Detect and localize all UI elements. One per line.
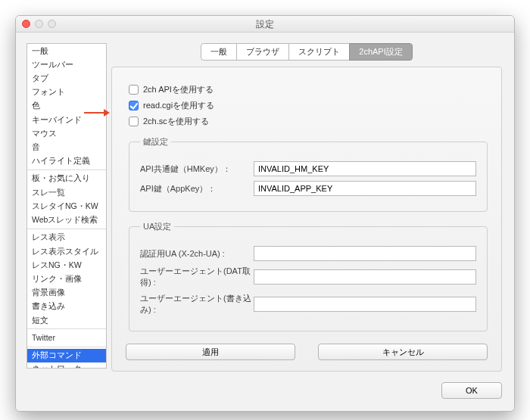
key-settings-fieldset: 鍵設定 API共通鍵（HMKey）： API鍵（AppKey）：: [129, 136, 488, 212]
write-ua-input[interactable]: [254, 297, 476, 312]
minimize-icon[interactable]: [35, 20, 43, 28]
checkbox-use-read-cgi[interactable]: read.cgiを使用する: [129, 100, 488, 111]
sidebar-item[interactable]: Twitter: [27, 331, 106, 344]
sidebar-item[interactable]: スレ一覧: [27, 185, 106, 199]
annotation-arrow: [84, 107, 110, 118]
tab[interactable]: 一般: [201, 43, 237, 61]
sidebar-item[interactable]: リンク・画像: [27, 272, 106, 286]
tab-bar: 一般ブラウザスクリプト2chAPI設定: [111, 43, 502, 61]
checkbox-use-2ch-api[interactable]: 2ch APIを使用する: [129, 84, 488, 95]
tab[interactable]: スクリプト: [288, 43, 350, 61]
auth-ua-input[interactable]: [254, 246, 476, 261]
checkbox-icon[interactable]: [129, 85, 139, 95]
sidebar-item[interactable]: レス表示: [27, 231, 106, 244]
checkbox-label: read.cgiを使用する: [143, 100, 214, 111]
sidebar-item[interactable]: レスNG・KW: [27, 258, 106, 272]
sidebar-item[interactable]: ハイライト定義: [27, 154, 106, 168]
hmkey-input[interactable]: [254, 161, 476, 176]
write-ua-label: ユーザーエージェント(書き込み) :: [140, 293, 254, 316]
tab[interactable]: 2chAPI設定: [349, 43, 412, 61]
fieldset-legend: 鍵設定: [140, 136, 171, 148]
sidebar-item[interactable]: 板・お気に入り: [27, 172, 106, 185]
dat-ua-label: ユーザーエージェント(DAT取得) :: [140, 266, 254, 288]
dat-ua-input[interactable]: [254, 269, 476, 285]
titlebar: 設定: [16, 16, 514, 33]
fieldset-legend: UA設定: [140, 221, 174, 232]
sidebar-item[interactable]: レス表示スタイル: [27, 244, 106, 258]
sidebar-item[interactable]: 一般: [27, 44, 106, 58]
sidebar-item[interactable]: Webスレッド検索: [27, 213, 106, 227]
apply-button[interactable]: 適用: [126, 344, 295, 360]
tab[interactable]: ブラウザ: [236, 43, 289, 61]
ua-settings-fieldset: UA設定 認証用UA (X-2ch-UA) : ユーザーエージェント(DAT取得…: [129, 221, 488, 331]
checkbox-label: 2ch.scを使用する: [143, 116, 209, 127]
checkbox-icon[interactable]: [129, 117, 139, 126]
checkbox-use-2ch-sc[interactable]: 2ch.scを使用する: [129, 116, 488, 127]
sidebar-item[interactable]: タブ: [27, 71, 106, 85]
settings-window: 設定 一般ツールバータブフォント色キーバインドマウス音ハイライト定義板・お気に入…: [15, 15, 515, 412]
sidebar-item[interactable]: 音: [27, 141, 106, 154]
cancel-button[interactable]: キャンセル: [318, 344, 488, 360]
sidebar-item[interactable]: スレタイNG・KW: [27, 199, 106, 213]
checkbox-label: 2ch APIを使用する: [143, 84, 214, 95]
sidebar-item[interactable]: 背景画像: [27, 286, 106, 300]
svg-marker-1: [104, 109, 110, 117]
category-sidebar[interactable]: 一般ツールバータブフォント色キーバインドマウス音ハイライト定義板・お気に入りスレ…: [26, 43, 107, 369]
window-controls: [22, 20, 56, 28]
sidebar-item[interactable]: 書き込み: [27, 300, 106, 313]
sidebar-item[interactable]: 外部コマンド: [27, 349, 106, 362]
zoom-icon[interactable]: [48, 20, 56, 28]
settings-pane: 2ch APIを使用する read.cgiを使用する 2ch.scを使用する 鍵…: [111, 67, 502, 372]
sidebar-item[interactable]: 短文: [27, 313, 106, 327]
window-title: 設定: [256, 19, 274, 30]
close-icon[interactable]: [22, 20, 30, 28]
appkey-input[interactable]: [254, 181, 476, 196]
sidebar-item[interactable]: フォント: [27, 86, 106, 99]
auth-ua-label: 認証用UA (X-2ch-UA) :: [140, 248, 254, 260]
sidebar-item[interactable]: ツールバー: [27, 58, 106, 71]
sidebar-item[interactable]: マウス: [27, 126, 106, 140]
hmkey-label: API共通鍵（HMKey）：: [140, 163, 254, 175]
sidebar-item[interactable]: ネットワーク: [27, 362, 106, 369]
ok-button[interactable]: OK: [441, 382, 502, 399]
appkey-label: API鍵（AppKey）：: [140, 183, 254, 194]
checkbox-icon[interactable]: [129, 101, 139, 110]
